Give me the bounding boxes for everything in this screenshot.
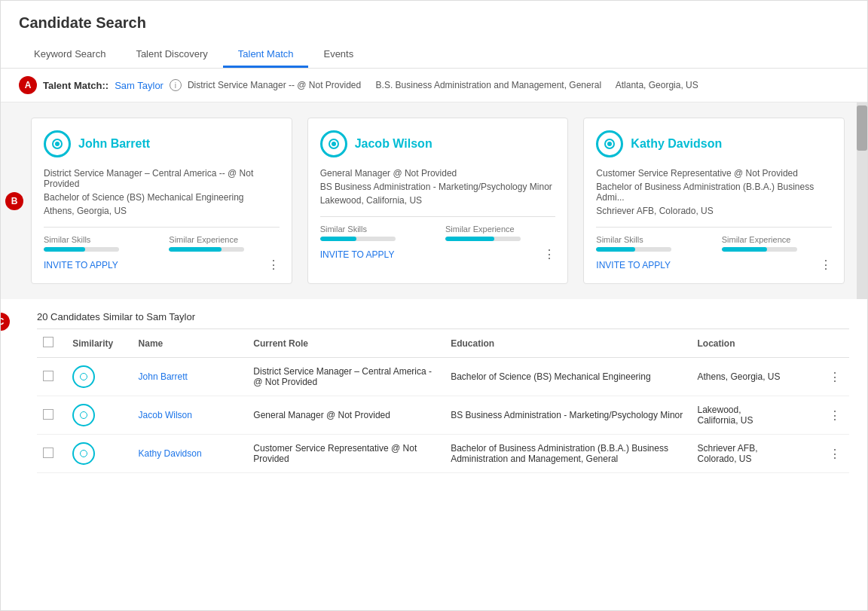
badge-b: B [5, 192, 23, 210]
invite-btn-1[interactable]: INVITE TO APPLY [320, 249, 395, 260]
exp-bar-1 [445, 237, 521, 241]
info-icon[interactable]: i [170, 79, 182, 91]
similar-skills-label-2: Similar Skills [596, 235, 706, 244]
row-checkbox-0[interactable] [43, 371, 53, 381]
row-loc-2: Schriever AFB,Colorado, US [691, 435, 823, 473]
exp-bar-2 [722, 247, 797, 252]
badge-c: C [0, 313, 10, 331]
section-c-wrapper: C 20 Candidates Similar to Sam Taylor Si… [1, 299, 867, 473]
skills-bar-2 [596, 247, 671, 252]
tab-events[interactable]: Events [308, 42, 368, 68]
header-checkbox[interactable] [43, 337, 53, 347]
row-checkbox-2[interactable] [43, 448, 53, 458]
card-edu-1: BS Business Administration - Marketing/P… [320, 182, 556, 192]
candidates-table: Similarity Name Current Role Education L… [37, 329, 849, 473]
row-name-2[interactable]: Kathy Davidson [139, 448, 202, 459]
th-name: Name [133, 329, 248, 358]
avatar-jacob-wilson [320, 130, 347, 157]
row-more-1[interactable]: ⋮ [829, 409, 841, 422]
talent-location: Atlanta, Georgia, US [616, 80, 698, 90]
tab-talent-discovery[interactable]: Talent Discovery [121, 42, 222, 68]
row-avatar-2 [72, 442, 95, 465]
card-location-2: Schriever AFB, Colorado, US [596, 206, 832, 216]
row-name-1[interactable]: Jacob Wilson [139, 410, 192, 420]
card-location-0: Athens, Georgia, US [44, 206, 280, 216]
scrollbar-thumb[interactable] [857, 105, 867, 151]
talent-meta: District Service Manager -- @ Not Provid… [188, 80, 711, 90]
row-edu-2: Bachelor of Business Administration (B.B… [445, 435, 691, 473]
exp-bar-0 [169, 247, 244, 252]
table-row: John Barrett District Service Manager – … [37, 358, 849, 396]
card-edu-2: Bachelor of Business Administration (B.B… [596, 182, 832, 203]
talent-match-name[interactable]: Sam Taylor [115, 80, 164, 91]
avatar-john-barrett [44, 130, 71, 157]
more-menu-2[interactable]: ⋮ [820, 259, 832, 271]
card-name-jacob-wilson[interactable]: Jacob Wilson [355, 137, 432, 151]
avatar-kathy-davidson [596, 130, 623, 157]
talent-match-label: Talent Match:: [43, 80, 108, 91]
talent-match-bar: A Talent Match:: Sam Taylor i District S… [1, 69, 867, 102]
talent-role: District Service Manager -- @ Not Provid… [188, 80, 361, 90]
tab-talent-match[interactable]: Talent Match [223, 42, 309, 68]
more-menu-1[interactable]: ⋮ [543, 249, 555, 261]
table-row: Jacob Wilson General Manager @ Not Provi… [37, 396, 849, 435]
row-loc-1: Lakewood,California, US [691, 396, 823, 435]
badge-a: A [19, 76, 37, 94]
section-c: 20 Candidates Similar to Sam Taylor Simi… [19, 299, 867, 473]
similar-exp-label-2: Similar Experience [722, 235, 832, 244]
th-role: Current Role [247, 329, 445, 358]
card-location-1: Lakewood, California, US [320, 195, 556, 206]
similar-exp-label-1: Similar Experience [445, 225, 555, 234]
section-b: B John Barrett District Service Manager … [1, 102, 867, 299]
invite-btn-2[interactable]: INVITE TO APPLY [596, 260, 671, 270]
th-edu: Education [445, 329, 691, 358]
row-name-0[interactable]: John Barrett [139, 371, 188, 382]
talent-education: B.S. Business Administration and Managem… [376, 80, 602, 90]
row-role-1: General Manager @ Not Provided [247, 396, 445, 435]
similar-exp-label-0: Similar Experience [169, 235, 279, 244]
similar-skills-label-1: Similar Skills [320, 225, 430, 234]
row-role-2: Customer Service Representative @ Not Pr… [247, 435, 445, 473]
card-jacob-wilson: Jacob Wilson General Manager @ Not Provi… [307, 118, 569, 284]
skills-bar-1 [320, 237, 396, 241]
page-title: Candidate Search [19, 14, 849, 32]
row-avatar-1 [72, 404, 95, 426]
th-check [37, 329, 66, 358]
row-role-0: District Service Manager – Central Ameri… [247, 358, 445, 396]
card-role-0: District Service Manager – Central Ameri… [44, 168, 280, 189]
card-name-kathy-davidson[interactable]: Kathy Davidson [631, 137, 722, 151]
table-row: Kathy Davidson Customer Service Represen… [37, 435, 849, 473]
candidates-count: 20 Candidates Similar to Sam Taylor [37, 311, 195, 322]
tab-bar: Keyword Search Talent Discovery Talent M… [19, 42, 849, 68]
card-role-1: General Manager @ Not Provided [320, 168, 556, 179]
row-more-0[interactable]: ⋮ [829, 371, 841, 383]
row-more-2[interactable]: ⋮ [829, 448, 841, 460]
scrollbar-track[interactable] [857, 102, 867, 299]
card-role-2: Customer Service Representative @ Not Pr… [596, 168, 832, 179]
row-edu-1: BS Business Administration - Marketing/P… [445, 396, 691, 435]
tab-keyword-search[interactable]: Keyword Search [19, 42, 121, 68]
row-checkbox-1[interactable] [43, 409, 53, 420]
cards-wrapper: John Barrett District Service Manager – … [23, 118, 845, 284]
invite-btn-0[interactable]: INVITE TO APPLY [44, 260, 118, 270]
row-loc-0: Athens, Georgia, US [691, 358, 823, 396]
card-kathy-davidson: Kathy Davidson Customer Service Represen… [583, 118, 845, 284]
card-edu-0: Bachelor of Science (BS) Mechanical Engi… [44, 192, 280, 203]
skills-bar-0 [44, 247, 119, 252]
card-name-john-barrett[interactable]: John Barrett [78, 137, 150, 151]
th-similarity: Similarity [66, 329, 132, 358]
card-john-barrett: John Barrett District Service Manager – … [31, 118, 292, 284]
similar-skills-label-0: Similar Skills [44, 235, 154, 244]
more-menu-0[interactable]: ⋮ [267, 259, 280, 271]
th-location: Location [691, 329, 823, 358]
row-edu-0: Bachelor of Science (BS) Mechanical Engi… [445, 358, 691, 396]
row-avatar-0 [72, 365, 95, 388]
th-more [823, 329, 849, 358]
